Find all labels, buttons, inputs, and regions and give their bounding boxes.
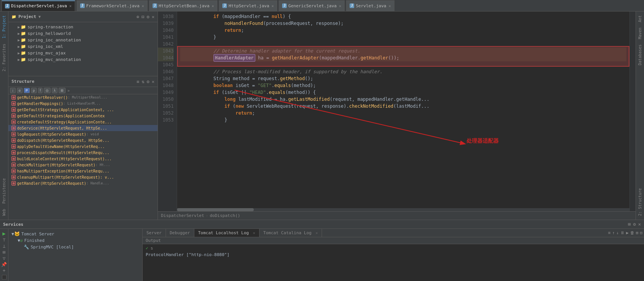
- settings-icon[interactable]: ⚙: [147, 14, 150, 20]
- pause-icon[interactable]: ⏸: [620, 230, 624, 235]
- struct-item-7[interactable]: m doDispatch(HttpServletRequest, HttpSe.…: [8, 137, 158, 143]
- close-services-icon[interactable]: ✕: [638, 222, 641, 227]
- settings-services-icon[interactable]: ⚙: [633, 222, 636, 227]
- expand-services-icon[interactable]: ⊞: [628, 222, 631, 227]
- tab-httpservletbean[interactable]: J HttpServletBean.java ✕: [149, 0, 217, 11]
- struct-item-6[interactable]: m logRequest(HttpServletRequest) : void: [8, 131, 158, 137]
- resume-icon[interactable]: ▶: [626, 230, 629, 235]
- config-icon[interactable]: [2, 275, 7, 279]
- filter-services-icon[interactable]: ▽: [3, 256, 5, 261]
- sort-icon[interactable]: ⇅: [141, 79, 144, 84]
- tab-genericservlet[interactable]: J GenericServlet.java ✕: [279, 0, 345, 11]
- struct-item-1[interactable]: m getHandlerMappings() : List<HandlerM..…: [8, 100, 158, 107]
- tomcat-server-item[interactable]: ▼ 🐱 Tomcat Server: [10, 230, 141, 237]
- struct-item-14[interactable]: m getHandler(HttpServletRequest) : Handl…: [8, 180, 158, 186]
- lambda-btn[interactable]: λ: [52, 88, 58, 93]
- method-icon2: m: [12, 107, 16, 112]
- tab-close-icon4[interactable]: ✕: [271, 4, 274, 8]
- tab-close-icon5[interactable]: ✕: [339, 4, 341, 8]
- filter-btn[interactable]: ◎: [44, 88, 51, 93]
- svc-tab-debugger[interactable]: Debugger: [166, 229, 194, 237]
- priv-btn[interactable]: p: [31, 88, 37, 93]
- wrap-icon[interactable]: ≡: [608, 230, 611, 235]
- code-content[interactable]: 1038 1039 1040 1041 1042 1043 1044 1045 …: [158, 12, 636, 211]
- tree-item-spring-helloworld[interactable]: ▶ 📁 spring_helloworld: [8, 30, 158, 37]
- scroll-bottom-icon[interactable]: ⊥: [3, 243, 5, 249]
- sort-alpha-icon[interactable]: ≡: [136, 79, 139, 84]
- scroll-up-icon[interactable]: ↑: [612, 230, 615, 235]
- ant-tab[interactable]: Ant: [637, 13, 643, 25]
- pin-icon[interactable]: 📌: [1, 262, 7, 267]
- close-struct-icon[interactable]: ✕: [152, 79, 154, 84]
- maven-tab[interactable]: Maven: [637, 25, 643, 41]
- services-output[interactable]: ✓ s ProtocolHandler ["http-nio-8080"]: [143, 244, 644, 281]
- tab-close-icon6[interactable]: ✕: [389, 4, 391, 8]
- split-icon[interactable]: ⊞: [3, 250, 5, 255]
- tab-close-icon3[interactable]: ✕: [212, 4, 214, 8]
- tab-dispatcher-servlet[interactable]: J DispatcherServlet.java ✕: [2, 0, 75, 11]
- project-tab[interactable]: 1: Project: [1, 13, 7, 41]
- tab-close-icon2[interactable]: ✕: [142, 4, 144, 8]
- tree-item-spring-mvc-annotation[interactable]: ▶ 📁 spring_mvc_annotation: [8, 56, 158, 63]
- struct-item-10[interactable]: m buildLocaleContext(HttpServletRequest)…: [8, 156, 158, 162]
- close-sidebar-icon[interactable]: ✕: [152, 14, 154, 20]
- method-sig-0: : MultipartResol...: [68, 95, 107, 99]
- catalina-log-close[interactable]: ✕: [315, 231, 318, 235]
- field-btn[interactable]: f: [38, 88, 43, 93]
- expand-finished-arrow: ▼: [18, 238, 20, 243]
- code-lines-container[interactable]: if (mappedHandler == null) { noHandlerFo…: [177, 12, 629, 211]
- sidebar: 📁 Project ▼ ⊕ ⊟ ⚙ ✕ ▶ 📁 spring-transact: [8, 12, 158, 220]
- springmvc-item[interactable]: 🔧 SpringMVC [local]: [10, 244, 141, 250]
- add-icon[interactable]: +: [3, 268, 5, 273]
- settings-struct-icon[interactable]: ⚙: [147, 79, 150, 84]
- struct-item-4[interactable]: m createDefaultStrategy(ApplicationConte…: [8, 119, 158, 125]
- code-line-1048: boolean isGet = "GET".equals(method);: [180, 82, 626, 89]
- struct-item-2[interactable]: m getDefaultStrategy(ApplicationContext,…: [8, 107, 158, 113]
- horizontal-scrollbar[interactable]: [177, 208, 629, 211]
- alpha-btn[interactable]: α: [17, 88, 23, 93]
- svc-tab-tomcat-localhost[interactable]: Tomcat Localhost Log ✕: [194, 229, 260, 237]
- scroll-down-icon[interactable]: ↓: [616, 230, 619, 235]
- struct-item-8[interactable]: m applyDefaultViewName(HttpServletReq...: [8, 143, 158, 150]
- expand-all-btn[interactable]: ⊞: [59, 88, 66, 93]
- editor-tab-bar: J DispatcherServlet.java ✕ J FrameworkSe…: [0, 0, 644, 12]
- struct-item-13[interactable]: m cleanupMultipart(HttpServletRequest): …: [8, 174, 158, 180]
- struct-item-12[interactable]: m hasMultipartException(HttpServletRequ.…: [8, 168, 158, 174]
- struct-item-5[interactable]: m doService(HttpServletRequest, HttpSe..…: [8, 125, 158, 131]
- tree-item-spring-ioc-xml[interactable]: ▶ 📁 spring_ioc_xml: [8, 43, 158, 50]
- tab-servlet[interactable]: J Servlet.java ✕: [346, 0, 394, 11]
- structure-right-tab[interactable]: 2: Structure: [637, 186, 643, 218]
- more-btn[interactable]: »: [67, 89, 70, 93]
- databases-tab[interactable]: Databases: [637, 42, 643, 67]
- favorites-tab[interactable]: 2: Favorites: [1, 41, 7, 74]
- finished-item[interactable]: ▼ ↺ Finished: [10, 237, 141, 244]
- svc-tab-tomcat-catalina[interactable]: Tomcat Catalina Log ✕: [260, 229, 322, 237]
- persistence-tab[interactable]: Persistence: [1, 176, 7, 206]
- sort-btn[interactable]: ↕: [10, 88, 16, 93]
- web-tab[interactable]: Web: [1, 207, 7, 218]
- tree-item-spring-ioc-annotation[interactable]: ▶ 📁 spring_ioc_annotation: [8, 37, 158, 43]
- struct-item-0[interactable]: m getMultipartResolver() : MultipartReso…: [8, 94, 158, 100]
- dropdown-arrow[interactable]: ▼: [38, 15, 41, 19]
- tab-close-icon[interactable]: ✕: [69, 4, 72, 8]
- table-icon[interactable]: ⊞: [636, 230, 639, 235]
- collapse-icon[interactable]: ⊟: [141, 14, 144, 20]
- struct-item-3[interactable]: m getDefaultStrategies(ApplicationContex: [8, 113, 158, 119]
- layout-icon[interactable]: ⊟: [640, 230, 642, 235]
- code-line-1039: noHandlerFound(processedRequest, respons…: [180, 20, 626, 27]
- tab-framework-servlet[interactable]: J FrameworkServlet.java ✕: [77, 0, 148, 11]
- struct-item-11[interactable]: m checkMultipart(HttpServletRequest) : H…: [8, 162, 158, 168]
- tree-item-spring-transaction[interactable]: ▶ 📁 spring-transaction: [8, 24, 158, 30]
- tree-item-spring-mvc-ajax[interactable]: ▶ 📁 spring_mvc_ajax: [8, 50, 158, 56]
- tab-httpservlet[interactable]: J HttpServlet.java ✕: [219, 0, 277, 11]
- localhost-log-close[interactable]: ✕: [253, 231, 255, 235]
- run-icon[interactable]: ▶: [2, 230, 5, 237]
- sync-icon[interactable]: ⊕: [136, 14, 139, 20]
- finished-icon: ↺: [20, 238, 23, 243]
- struct-item-9[interactable]: m processDispatchResult(HttpServletRequ.…: [8, 150, 158, 156]
- clear-icon[interactable]: 🗑: [630, 230, 634, 235]
- scroll-top-icon[interactable]: ⊤: [3, 237, 5, 243]
- code-line-1045: [180, 61, 626, 68]
- svc-tab-server[interactable]: Server: [143, 229, 166, 237]
- pub-btn[interactable]: P: [24, 88, 30, 93]
